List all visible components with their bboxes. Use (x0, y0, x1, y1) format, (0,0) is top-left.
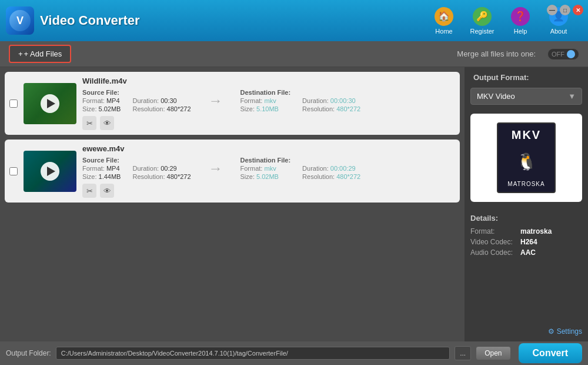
app-title: Video Converter (40, 13, 426, 28)
format-detail-val: matroska (520, 227, 552, 235)
trim-button-2[interactable]: ✂ (82, 184, 96, 198)
mkv-text: MKV (512, 128, 541, 142)
chevron-down-icon: ▼ (568, 92, 576, 101)
settings-label: Settings (557, 327, 582, 336)
file-info-1: Wildlife.m4v Source File: Format: MP4 Si… (82, 77, 455, 130)
merge-toggle[interactable]: OFF (547, 48, 579, 60)
audio-codec-key: Audio Codec: (470, 248, 520, 257)
file-checkbox-2[interactable] (9, 167, 18, 175)
dest-details-1: Destination File: Format: mkv Size: 5.10… (240, 89, 291, 112)
source-details-3: Source File: Format: MP4 Size: 1.44MB (82, 157, 121, 180)
source-details-2: Duration: 00:30 Resolution: 480*272 (132, 89, 191, 112)
video-codec-row: Video Codec: H264 (470, 238, 582, 246)
main-area: Wildlife.m4v Source File: Format: MP4 Si… (0, 67, 588, 341)
format-row-1: Format: MP4 (82, 97, 121, 104)
file-name-2: ewewe.m4v (82, 144, 455, 153)
file-checkbox-1[interactable] (9, 99, 18, 108)
format-selected-label: MKV Video (477, 92, 515, 101)
open-button[interactable]: Open (476, 346, 510, 360)
format-detail-row: Format: matroska (470, 227, 582, 235)
output-format-title: Output Format: (470, 73, 582, 82)
nav-register-button[interactable]: 🔑 Register (465, 4, 500, 38)
dest-file-label-2: Destination File: (240, 157, 291, 164)
file-thumbnail-2 (24, 151, 76, 192)
source-file-label-2: Source File: (82, 157, 121, 164)
title-bar: V Video Converter 🏠 Home 🔑 Register ❓ He… (0, 0, 588, 41)
file-action-bar-1: ✂ 👁 (82, 116, 455, 130)
mkv-penguin-icon: 🐧 (516, 152, 537, 171)
format-detail-key: Format: (470, 227, 520, 235)
right-panel: Output Format: MKV Video ▼ MKV 🐧 MATROSK… (465, 67, 588, 341)
add-files-plus-icon: + (18, 49, 23, 58)
source-file-label-1: Source File: (82, 89, 121, 96)
dest-details-2: Duration: 00:00:30 Resolution: 480*272 (302, 89, 360, 112)
video-codec-val: H264 (520, 238, 537, 246)
arrow-2: → (203, 157, 229, 180)
home-icon: 🏠 (435, 7, 453, 26)
trim-button-1[interactable]: ✂ (82, 116, 96, 130)
play-button-2[interactable] (41, 162, 59, 181)
merge-label: Merge all files into one: (457, 49, 536, 58)
browse-button[interactable]: ... (455, 346, 471, 360)
nav-home-button[interactable]: 🏠 Home (426, 4, 462, 38)
video-codec-key: Video Codec: (470, 238, 520, 246)
minimize-button[interactable]: — (547, 5, 557, 15)
app-logo: V (6, 6, 34, 35)
dest-details-4: Duration: 00:00:29 Resolution: 480*272 (302, 157, 360, 180)
details-title: Details: (470, 214, 582, 223)
file-info-2: ewewe.m4v Source File: Format: MP4 Size:… (82, 144, 455, 198)
matroska-text: MATROSKA (507, 181, 544, 187)
file-name-1: Wildlife.m4v (82, 77, 455, 85)
app-logo-inner: V (9, 10, 31, 31)
file-thumbnail-1 (24, 83, 76, 124)
file-details-1: Source File: Format: MP4 Size: 5.02MB Du… (82, 89, 455, 112)
nav-help-button[interactable]: ❓ Help (503, 4, 538, 38)
source-details-1: Source File: Format: MP4 Size: 5.02MB (82, 89, 121, 112)
file-details-2: Source File: Format: MP4 Size: 1.44MB Du… (82, 157, 455, 180)
register-icon: 🔑 (473, 7, 492, 26)
mkv-preview: MKV 🐧 MATROSKA (470, 114, 582, 202)
toggle-circle (567, 50, 575, 58)
format-dropdown[interactable]: MKV Video ▼ (470, 88, 582, 105)
bottom-bar: Output Folder: ... Open Convert (0, 341, 588, 365)
mkv-logo: MKV 🐧 MATROSKA (497, 122, 556, 193)
toggle-off-label: OFF (552, 51, 564, 58)
audio-codec-val: AAC (520, 248, 536, 257)
settings-link[interactable]: ⚙ Settings (470, 327, 582, 336)
file-action-bar-2: ✂ 👁 (82, 184, 455, 198)
size-row-1: Size: 5.02MB (82, 105, 121, 112)
file-list: Wildlife.m4v Source File: Format: MP4 Si… (0, 67, 465, 341)
maximize-button[interactable]: □ (560, 5, 570, 15)
convert-button[interactable]: Convert (519, 343, 582, 363)
list-item: ewewe.m4v Source File: Format: MP4 Size:… (5, 140, 460, 203)
dest-file-label-1: Destination File: (240, 89, 291, 96)
details-section: Details: Format: matroska Video Codec: H… (470, 214, 582, 259)
toolbar: + + Add Files Merge all files into one: … (0, 41, 588, 67)
audio-codec-row: Audio Codec: AAC (470, 248, 582, 257)
source-details-4: Duration: 00:29 Resolution: 480*272 (132, 157, 191, 180)
list-item: Wildlife.m4v Source File: Format: MP4 Si… (5, 72, 460, 135)
settings-gear-icon: ⚙ (548, 327, 554, 336)
play-button-1[interactable] (41, 94, 59, 113)
preview-button-1[interactable]: 👁 (100, 116, 114, 130)
help-icon: ❓ (511, 7, 530, 26)
window-controls: — □ ✕ (547, 5, 583, 15)
dest-details-3: Destination File: Format: mkv Size: 5.02… (240, 157, 291, 180)
preview-button-2[interactable]: 👁 (100, 184, 114, 198)
arrow-1: → (203, 89, 229, 112)
output-folder-label: Output Folder: (6, 349, 51, 357)
close-button[interactable]: ✕ (573, 5, 583, 15)
folder-path-input[interactable] (56, 347, 450, 360)
add-files-button[interactable]: + + Add Files (9, 45, 71, 63)
